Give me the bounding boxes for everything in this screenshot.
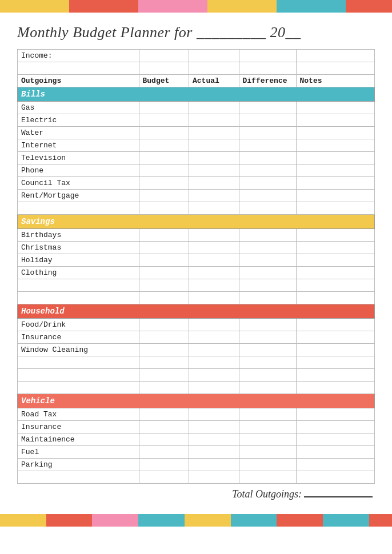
bills-row-water: Water [18,127,375,139]
household-insurance-label: Insurance [18,331,139,344]
bottom-block-2 [23,514,46,527]
bottom-color-bar [0,514,392,527]
household-row-food-drink: Food/Drink [18,319,375,331]
household-window-cleaning-label: Window Cleaning [18,344,139,356]
vehicle-row-road-tax: Road Tax [18,408,375,421]
section-bills-header: Bills [18,87,375,102]
bills-internet-label: Internet [18,139,139,152]
savings-spacer-2 [18,292,375,304]
savings-row-holiday: Holiday [18,254,375,267]
household-spacer-1 [18,356,375,369]
page-title: Monthly Budget Planner for _________ 20_… [17,24,375,41]
bills-row-council-tax: Council Tax [18,177,375,190]
top-block-6 [115,0,138,13]
bills-row-phone: Phone [18,164,375,177]
bottom-block-6 [115,514,138,527]
top-block-10 [207,0,230,13]
bottom-block-10 [207,514,230,527]
bills-row-gas: Gas [18,102,375,114]
spacer-row-1 [18,62,375,75]
vehicle-row-insurance: Insurance [18,421,375,433]
bills-gas-label: Gas [18,102,139,114]
top-block-17 [369,0,392,13]
income-row: Income: [18,50,375,62]
bills-row-internet: Internet [18,139,375,152]
household-label: Household [18,304,375,319]
household-spacer-2 [18,369,375,382]
vehicle-fuel-label: Fuel [18,446,139,459]
column-headers: Outgoings Budget Actual Difference Notes [18,75,375,87]
bottom-block-16 [346,514,369,527]
col-header-actual: Actual [189,75,239,87]
vehicle-row-parking: Parking [18,459,375,471]
col-header-outgoings: Outgoings [18,75,139,87]
bills-spacer-1 [18,202,375,215]
bottom-block-4 [69,514,92,527]
income-actual [189,50,239,62]
top-block-16 [346,0,369,13]
bottom-block-11 [231,514,254,527]
top-block-13 [277,0,299,13]
savings-holiday-label: Holiday [18,254,139,267]
budget-table: Income: Outgoings Budget Actual Differen… [17,49,375,484]
bottom-block-3 [46,514,69,527]
bottom-block-5 [92,514,115,527]
bills-rent-mortgage-label: Rent/Mortgage [18,190,139,202]
bills-row-rent-mortgage: Rent/Mortgage [18,190,375,202]
savings-spacer-1 [18,279,375,292]
bottom-block-1 [0,514,23,527]
col-header-budget: Budget [139,75,189,87]
bottom-block-9 [185,514,207,527]
top-block-12 [254,0,277,13]
top-block-7 [138,0,161,13]
bottom-block-8 [162,514,185,527]
vehicle-row-maintainence: Maintainence [18,433,375,446]
top-block-5 [92,0,115,13]
bottom-block-15 [323,514,346,527]
savings-row-christmas: Christmas [18,242,375,254]
bills-council-tax-label: Council Tax [18,177,139,190]
top-block-3 [46,0,69,13]
bottom-block-13 [277,514,299,527]
bottom-block-14 [300,514,323,527]
top-block-1 [0,0,23,13]
savings-clothing-label: Clothing [18,267,139,279]
vehicle-label: Vehicle [18,394,375,408]
savings-row-clothing: Clothing [18,267,375,279]
vehicle-insurance-label: Insurance [18,421,139,433]
vehicle-road-tax-label: Road Tax [18,408,139,421]
bills-electric-label: Electric [18,114,139,127]
top-block-11 [231,0,254,13]
household-row-window-cleaning: Window Cleaning [18,344,375,356]
top-block-2 [23,0,46,13]
bills-row-electric: Electric [18,114,375,127]
savings-birthdays-label: Birthdays [18,229,139,242]
bottom-block-17 [369,514,392,527]
savings-christmas-label: Christmas [18,242,139,254]
bills-water-label: Water [18,127,139,139]
col-header-difference: Difference [239,75,296,87]
household-food-drink-label: Food/Drink [18,319,139,331]
top-block-8 [162,0,185,13]
top-block-9 [185,0,207,13]
vehicle-maintainence-label: Maintainence [18,433,139,446]
income-label: Income: [18,50,139,62]
bills-label: Bills [18,87,375,102]
top-block-4 [69,0,92,13]
bottom-block-12 [254,514,277,527]
vehicle-parking-label: Parking [18,459,139,471]
total-outgoings-row: Total Outgoings: [17,484,375,503]
savings-label: Savings [18,215,375,229]
top-block-14 [300,0,323,13]
bills-row-television: Television [18,152,375,164]
section-savings-header: Savings [18,215,375,229]
total-outgoings-label: Total Outgoings: [232,488,302,500]
total-outgoings-value [304,496,373,497]
top-block-15 [323,0,346,13]
page-content: Monthly Budget Planner for _________ 20_… [0,13,392,514]
vehicle-spacer-1 [18,471,375,484]
bills-phone-label: Phone [18,164,139,177]
col-header-notes: Notes [296,75,375,87]
vehicle-row-fuel: Fuel [18,446,375,459]
income-diff [239,50,296,62]
